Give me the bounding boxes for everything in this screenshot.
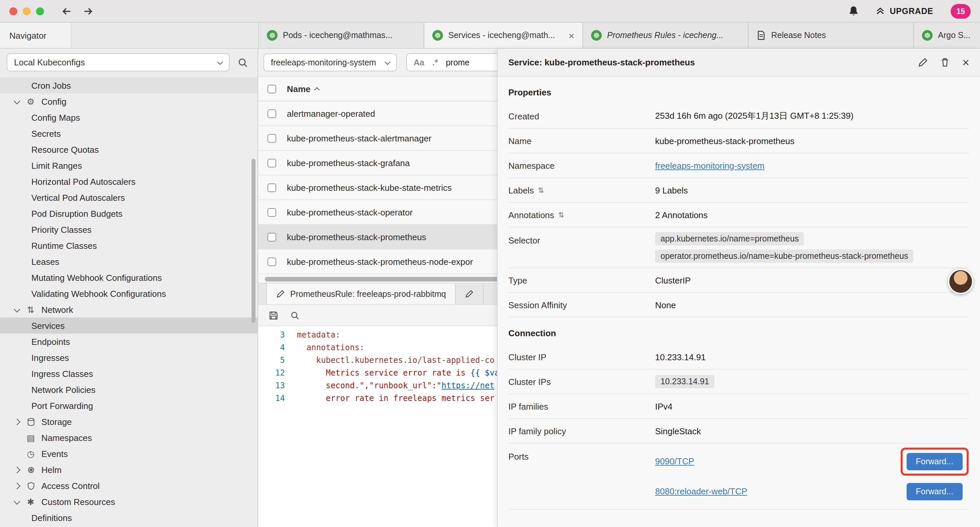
sidebar-item-priority-classes[interactable]: Priority Classes xyxy=(0,221,258,237)
tab-services-icecheng-math[interactable]: ☸Services - icecheng@math...× xyxy=(424,23,583,48)
close-window-button[interactable] xyxy=(10,7,18,15)
sidebar-item-label: Resource Quotas xyxy=(31,145,99,154)
upgrade-button[interactable]: UPGRADE xyxy=(875,6,933,16)
row-checkbox[interactable] xyxy=(267,134,276,142)
sidebar-item-leases[interactable]: Leases xyxy=(0,253,258,269)
sidebar-item-label: Network Policies xyxy=(31,385,95,395)
sidebar-item-pod-disruption-budgets[interactable]: Pod Disruption Budgets xyxy=(0,205,258,221)
save-icon[interactable] xyxy=(269,310,278,320)
forward-button[interactable]: Forward... xyxy=(906,453,963,470)
property-value-text: SingleStack xyxy=(655,426,969,436)
detail-panel-header: Service: kube-prometheus-stack-prometheu… xyxy=(498,49,980,77)
match-case-toggle[interactable]: Aa xyxy=(414,58,424,67)
minimize-window-button[interactable] xyxy=(23,7,31,15)
chevron-down-icon xyxy=(13,500,20,503)
property-row-type: TypeClusterIP xyxy=(508,268,969,293)
property-row-annotations: Annotations⇅2 Annotations xyxy=(508,203,969,228)
sidebar-item-limit-ranges[interactable]: Limit Ranges xyxy=(0,158,258,174)
search-icon[interactable] xyxy=(237,57,248,68)
sidebar-item-network[interactable]: ⇅Network xyxy=(0,301,258,318)
row-checkbox[interactable] xyxy=(267,158,276,167)
sidebar-item-label: Limit Ranges xyxy=(31,161,82,170)
sidebar-item-port-forwarding[interactable]: Port Forwarding xyxy=(0,398,258,414)
sidebar-item-definitions[interactable]: Definitions xyxy=(0,509,258,525)
line-number: 14 xyxy=(258,392,297,405)
kubeconfig-select[interactable]: Local Kubeconfigs xyxy=(7,53,229,72)
service-name: kube-prometheus-stack-operator xyxy=(287,207,413,217)
sidebar-item-config[interactable]: ⚙Config xyxy=(0,93,258,110)
row-checkbox[interactable] xyxy=(267,183,276,192)
forward-button[interactable]: Forward... xyxy=(906,482,963,500)
editor-dock-tab-2[interactable] xyxy=(456,283,484,304)
sidebar-item-label: Config xyxy=(41,96,66,107)
expand-icon[interactable]: ⇅ xyxy=(558,210,564,219)
tab-release-notes[interactable]: Release Notes xyxy=(749,23,914,48)
sidebar-item-ingresses[interactable]: Ingresses xyxy=(0,350,258,366)
chevron-right-icon xyxy=(13,483,20,488)
tab-pods-icecheng-mathmas[interactable]: ☸Pods - icecheng@mathmas... xyxy=(259,23,424,48)
sidebar-item-label: Helm xyxy=(41,465,62,474)
tab-argo-s[interactable]: ☸Argo S... xyxy=(914,23,980,48)
port-link[interactable]: 8080:reloader-web/TCP xyxy=(655,486,747,496)
sidebar-item-network-policies[interactable]: Network Policies xyxy=(0,382,258,398)
sidebar-item-config-maps[interactable]: Config Maps xyxy=(0,110,258,126)
property-value: IPv4 xyxy=(655,396,969,416)
tab-prometheus-rules-icecheng[interactable]: ☸Prometheus Rules - icecheng... xyxy=(583,23,749,48)
row-checkbox[interactable] xyxy=(267,232,276,241)
search-icon[interactable] xyxy=(290,310,299,320)
sidebar-item-storage[interactable]: Storage xyxy=(0,414,258,430)
kubernetes-icon: ☸ xyxy=(591,30,602,41)
editor-dock-tab[interactable]: PrometheusRule: freeleaps-prod-rabbitmq xyxy=(266,283,456,304)
maximize-window-button[interactable] xyxy=(36,7,44,15)
close-panel-icon[interactable]: × xyxy=(963,56,969,68)
sidebar-item-vertical-pod-autoscalers[interactable]: Vertical Pod Autoscalers xyxy=(0,189,258,205)
sidebar-scrollbar[interactable] xyxy=(251,159,256,323)
row-checkbox[interactable] xyxy=(267,208,276,217)
close-icon[interactable]: × xyxy=(568,30,574,40)
regex-toggle[interactable]: .* xyxy=(432,58,438,67)
row-checkbox[interactable] xyxy=(267,257,276,266)
sidebar-item-access-control[interactable]: Access Control xyxy=(0,478,258,494)
sidebar-item-helm[interactable]: Helm xyxy=(0,462,258,478)
sidebar-item-mutating-webhook-configurations[interactable]: Mutating Webhook Configurations xyxy=(0,269,258,285)
sidebar-item-services[interactable]: Services xyxy=(0,318,258,334)
back-button[interactable] xyxy=(59,3,75,19)
line-number: 13 xyxy=(258,380,297,392)
notification-badge[interactable]: 15 xyxy=(951,4,970,18)
sidebar-item-namespaces[interactable]: ▤Namespaces xyxy=(0,430,258,446)
sidebar-item-horizontal-pod-autoscalers[interactable]: Horizontal Pod Autoscalers xyxy=(0,174,258,189)
delete-icon[interactable] xyxy=(940,57,950,67)
sidebar-item-cron-jobs[interactable]: Cron Jobs xyxy=(0,77,258,93)
notifications-bell-icon[interactable] xyxy=(848,5,859,17)
row-checkbox[interactable] xyxy=(267,109,276,118)
service-name: kube-prometheus-stack-alertmanager xyxy=(287,133,432,143)
edit-icon[interactable] xyxy=(918,57,928,67)
sidebar-item-secrets[interactable]: Secrets xyxy=(0,126,258,142)
port-line: 9090/TCPForward... xyxy=(655,448,969,474)
search-value: prome xyxy=(446,58,470,67)
sidebar-item-label: Ingresses xyxy=(31,353,69,363)
edit-icon xyxy=(465,290,474,298)
user-avatar[interactable] xyxy=(948,269,973,294)
namespace-link[interactable]: freeleaps-monitoring-system xyxy=(655,161,969,170)
sidebar-item-label: Custom Resources xyxy=(41,497,115,507)
code-text: Metrics service error rate is {{ $va xyxy=(297,367,500,380)
sidebar-item-endpoints[interactable]: Endpoints xyxy=(0,334,258,350)
column-header-name[interactable]: Name xyxy=(287,84,319,94)
property-label-text: Session Affinity xyxy=(508,300,567,310)
sidebar-item-events[interactable]: ◷Events xyxy=(0,446,258,462)
expand-icon[interactable]: ⇅ xyxy=(538,186,544,194)
forward-nav-button[interactable] xyxy=(80,3,96,19)
port-link[interactable]: 9090/TCP xyxy=(655,456,694,466)
navigator-tab[interactable]: Navigator xyxy=(0,23,72,48)
sidebar-item-runtime-classes[interactable]: Runtime Classes xyxy=(0,237,258,253)
sidebar-item-validating-webhook-configurations[interactable]: Validating Webhook Configurations xyxy=(0,285,258,301)
sidebar-item-ingress-classes[interactable]: Ingress Classes xyxy=(0,366,258,382)
sidebar-item-custom-resources[interactable]: ✱Custom Resources xyxy=(0,494,258,509)
sidebar-item-resource-quotas[interactable]: Resource Quotas xyxy=(0,142,258,158)
tab-bar: Navigator ☸Pods - icecheng@mathmas...☸Se… xyxy=(0,23,980,49)
namespace-select[interactable]: freeleaps-monitoring-system xyxy=(264,53,397,72)
property-value: 9 Labels xyxy=(655,180,969,200)
select-all-checkbox[interactable] xyxy=(267,84,276,93)
sidebar-item-label: Pod Disruption Budgets xyxy=(31,209,123,218)
